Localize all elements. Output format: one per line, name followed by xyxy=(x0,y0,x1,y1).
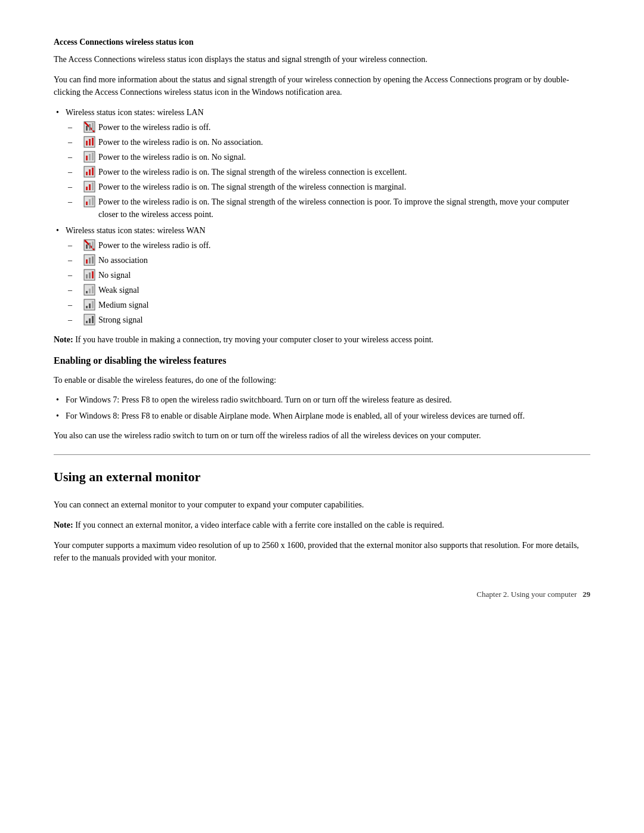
para1-text: The Access Connections wireless status i… xyxy=(54,53,590,66)
svg-rect-44 xyxy=(89,304,91,308)
svg-rect-27 xyxy=(86,244,88,249)
lan-poor-icon xyxy=(83,196,95,208)
wan-bullet-item: Wireless status icon states: wireless WA… xyxy=(54,224,590,326)
svg-rect-15 xyxy=(89,169,91,175)
lan-item-1: Power to the wireless radio is off. xyxy=(66,121,590,134)
svg-rect-47 xyxy=(86,321,88,323)
enabling-item-2: For Windows 8: Press F8 to enable or dis… xyxy=(54,410,590,422)
lan-item-5-text: Power to the wireless radio is on. The s… xyxy=(98,181,590,193)
svg-rect-4 xyxy=(92,123,94,131)
svg-rect-40 xyxy=(89,289,91,293)
lan-item-5: Power to the wireless radio is on. The s… xyxy=(66,181,590,193)
lan-item-3-text: Power to the wireless radio is on. No si… xyxy=(98,151,590,163)
enabling-item-1-text: For Windows 7: Press F8 to open the wire… xyxy=(66,395,452,404)
enabling-heading: Enabling or disabling the wireless featu… xyxy=(54,354,590,368)
external-monitor-heading: Using an external monitor xyxy=(54,467,590,490)
wan-weak-icon xyxy=(83,284,95,296)
svg-rect-11 xyxy=(89,154,91,160)
note-content: If you have trouble in making a connecti… xyxy=(73,335,434,344)
ext-note-bold: Note: xyxy=(54,521,73,529)
wan-medium-icon xyxy=(83,299,95,311)
svg-rect-48 xyxy=(89,318,91,323)
access-connections-heading: Access Connections wireless status icon xyxy=(54,36,590,48)
section-access-connections: Access Connections wireless status icon … xyxy=(54,36,590,346)
svg-rect-41 xyxy=(92,286,94,293)
external-monitor-para2: Your computer supports a maximum video r… xyxy=(54,539,590,565)
svg-rect-28 xyxy=(89,243,91,249)
svg-rect-37 xyxy=(92,271,94,278)
wan-no-assoc-icon xyxy=(83,254,95,266)
svg-rect-24 xyxy=(92,197,94,205)
para2-text: You can find more information about the … xyxy=(54,73,590,99)
lan-bullet-item: Wireless status icon states: wireless LA… xyxy=(54,106,590,221)
enabling-intro: To enable or disable the wireless featur… xyxy=(54,374,590,387)
lan-item-2-text: Power to the wireless radio is on. No as… xyxy=(98,136,590,148)
svg-rect-29 xyxy=(92,241,94,249)
lan-no-signal-icon xyxy=(83,151,95,163)
svg-rect-31 xyxy=(86,259,88,264)
svg-rect-10 xyxy=(86,156,88,160)
wan-item-4-text: Weak signal xyxy=(98,284,590,296)
lan-list: Wireless status icon states: wireless LA… xyxy=(54,106,590,326)
svg-rect-18 xyxy=(86,187,88,190)
wan-off-icon xyxy=(83,239,95,251)
enabling-item-2-text: For Windows 8: Press F8 to enable or dis… xyxy=(66,411,525,420)
ext-note-content: If you connect an external monitor, a vi… xyxy=(73,521,444,529)
wan-item-4: Weak signal xyxy=(66,284,590,296)
footer-chapter: Chapter 2. Using your computer xyxy=(476,590,577,599)
lan-item-4: Power to the wireless radio is on. The s… xyxy=(66,166,590,178)
svg-rect-43 xyxy=(86,306,88,308)
section1-note: Note: If you have trouble in making a co… xyxy=(54,333,590,346)
lan-item-1-text: Power to the wireless radio is off. xyxy=(98,121,590,134)
wan-item-3: No signal xyxy=(66,269,590,281)
lan-sub-list: Power to the wireless radio is off. Powe… xyxy=(66,121,590,221)
external-monitor-note: Note: If you connect an external monitor… xyxy=(54,519,590,532)
svg-rect-45 xyxy=(92,301,94,308)
lan-label: Wireless status icon states: wireless LA… xyxy=(66,108,204,117)
wan-item-6-text: Strong signal xyxy=(98,314,590,326)
wan-sub-list: Power to the wireless radio is off. No a… xyxy=(66,239,590,326)
svg-rect-16 xyxy=(92,168,94,175)
svg-rect-19 xyxy=(89,184,91,190)
page-number: 29 xyxy=(583,590,590,599)
svg-rect-32 xyxy=(89,258,91,264)
lan-item-6: Power to the wireless radio is on. The s… xyxy=(66,196,590,221)
section-enabling-wireless: Enabling or disabling the wireless featu… xyxy=(54,354,590,442)
svg-rect-12 xyxy=(92,153,94,160)
wifi-off-icon xyxy=(83,121,95,133)
svg-rect-49 xyxy=(92,316,94,323)
lan-item-6-text: Power to the wireless radio is on. The s… xyxy=(98,196,590,221)
wan-item-5: Medium signal xyxy=(66,299,590,311)
wan-label: Wireless status icon states: wireless WA… xyxy=(66,226,205,235)
wan-item-2-text: No association xyxy=(98,254,590,267)
svg-rect-22 xyxy=(86,202,88,205)
svg-rect-3 xyxy=(89,124,91,131)
svg-rect-2 xyxy=(86,126,88,131)
svg-rect-39 xyxy=(86,291,88,293)
svg-rect-6 xyxy=(86,141,88,145)
lan-marginal-icon xyxy=(83,181,95,193)
wan-item-6: Strong signal xyxy=(66,314,590,326)
section-external-monitor: Using an external monitor You can connec… xyxy=(54,467,590,565)
svg-rect-14 xyxy=(86,172,88,175)
svg-rect-23 xyxy=(89,199,91,205)
lan-item-2: Power to the wireless radio is on. No as… xyxy=(66,136,590,148)
wan-item-5-text: Medium signal xyxy=(98,299,590,311)
wan-item-1: Power to the wireless radio is off. xyxy=(66,239,590,252)
wan-strong-icon xyxy=(83,314,95,326)
svg-rect-36 xyxy=(89,272,91,278)
note-bold-label: Note: xyxy=(54,335,73,344)
wan-item-3-text: No signal xyxy=(98,269,590,281)
svg-rect-20 xyxy=(92,182,94,190)
external-monitor-para1: You can connect an external monitor to y… xyxy=(54,498,590,512)
lan-item-4-text: Power to the wireless radio is on. The s… xyxy=(98,166,590,178)
section-divider xyxy=(54,454,590,455)
wan-item-1-text: Power to the wireless radio is off. xyxy=(98,239,590,252)
enabling-list: For Windows 7: Press F8 to open the wire… xyxy=(54,394,590,422)
lan-item-3: Power to the wireless radio is on. No si… xyxy=(66,151,590,163)
wan-item-2: No association xyxy=(66,254,590,267)
enabling-para: You also can use the wireless radio swit… xyxy=(54,429,590,442)
svg-rect-33 xyxy=(92,256,94,264)
svg-rect-7 xyxy=(89,139,91,145)
page-footer: Chapter 2. Using your computer 29 xyxy=(54,589,590,600)
